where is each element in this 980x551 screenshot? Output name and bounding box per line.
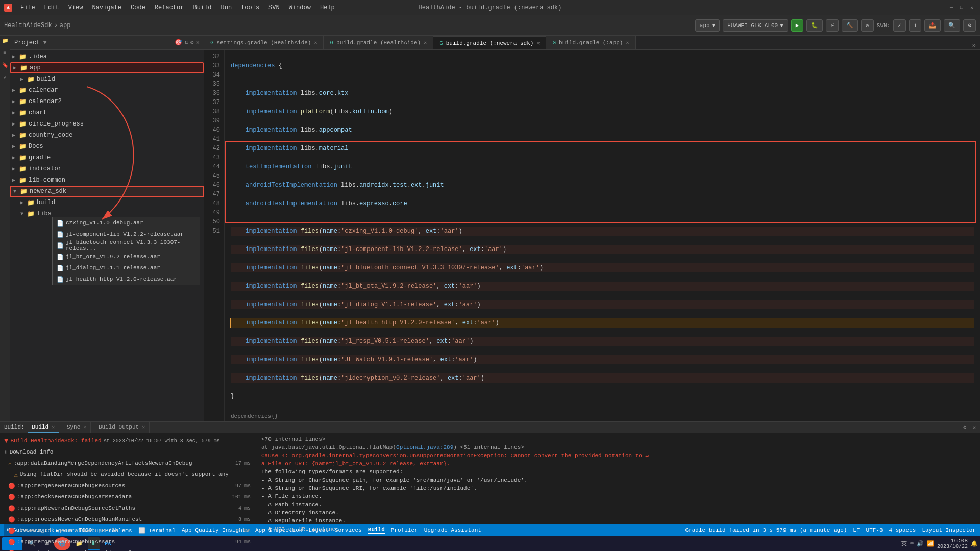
panel-title: Project [14,39,40,46]
tree-item-idea[interactable]: ▶ 📁 .idea [10,51,204,62]
err-icon-5: 🔴 [8,528,15,534]
file-item-jl-bluetooth[interactable]: 📄 jl_bluetooth_connect_V1.3.3_10307-rele… [53,240,200,251]
project-icon[interactable]: 📁 [1,38,9,46]
tree-item-app[interactable]: ▶ 📁 app [10,62,204,73]
time-4: 4 ms [238,506,251,511]
build-item-flatdir[interactable]: ⚠ Using flatDir should be avoided becaus… [0,469,255,480]
build-button[interactable]: 🔨 [842,19,858,32]
tree-label-gradle: gradle [29,154,51,161]
tab-more-icon[interactable]: » [968,42,980,49]
menu-tools[interactable]: Tools [237,3,263,12]
build-tab-build[interactable]: Build ✕ [28,422,59,433]
build-item-check-duplicates[interactable]: 🔴 :app:checkNeweraCnDebugDuplicateClasse… [0,547,255,551]
device-selector-btn[interactable]: HUAWEI GLK-AL00 ▼ [723,19,788,32]
profile-button[interactable]: ⚡ [826,19,839,32]
tree-item-indicator[interactable]: ▶ 📁 indicator [10,163,204,174]
structure-icon[interactable]: ≡ [1,50,9,58]
tree-item-gradle[interactable]: ▶ 📁 gradle [10,152,204,163]
tree-item-lib-common[interactable]: ▶ 📁 lib-common [10,174,204,186]
file-item-czxing[interactable]: 📄 czxing_V1.1.0-debug.aar [53,217,200,229]
build-label: Build: [4,424,24,430]
filter-icon[interactable]: ⚙ [190,39,194,46]
breadcrumb: HealthAideSdk › app [4,22,70,29]
menu-svn[interactable]: SVN [264,3,284,12]
build-item-generate-rfile[interactable]: 🔴 :newera_sdk:generateDebugRFile 21 ms [0,525,255,536]
run-config-btn[interactable]: app ▼ [695,19,720,32]
svn-check-btn[interactable]: ✓ [893,19,906,32]
tree-item-country-code[interactable]: ▶ 📁 country_code [10,130,204,141]
variants-icon[interactable]: ⚡ [1,74,9,83]
build-right-panel: <70 internal lines> at java.base/java.ut… [255,433,980,551]
close-panel-icon[interactable]: ✕ [196,39,200,46]
tree-item-calendar2[interactable]: ▶ 📁 calendar2 [10,96,204,107]
file-label-jl-health: jl_health_http_V1.2.0-release.aar [66,276,177,282]
build-item-merge-resources[interactable]: 🔴 :app:mergeNeweraCnDebugResources 97 ms [0,480,255,491]
menu-edit[interactable]: Edit [40,3,63,12]
svn-update-btn[interactable]: ⬆ [909,19,922,32]
close-button[interactable]: ✕ [968,4,976,12]
build-item-check-metadata[interactable]: 🔴 :app:checkNeweraCnDebugAarMetadata 101… [0,491,255,503]
menu-window[interactable]: Window [285,3,315,12]
menu-help[interactable]: Help [316,3,339,12]
settings-btn[interactable]: ⚙ [963,19,976,32]
tree-item-newera-sdk[interactable]: ▼ 📁 newera_sdk [10,186,204,197]
code-area[interactable]: dependencies { implementation libs.core.… [225,50,980,421]
tab-build-gradle-newera[interactable]: G build.gradle (:newera_sdk) ✕ [433,36,546,49]
toolbar-actions: app ▼ HUAWEI GLK-AL00 ▼ ▶ 🐛 ⚡ 🔨 ↺ SVN: ✓… [695,19,976,32]
tree-item-calendar[interactable]: ▶ 📁 calendar [10,85,204,96]
tree-label-libs: libs [37,210,52,217]
bookmarks-icon[interactable]: 🔖 [1,62,9,70]
menu-run[interactable]: Run [216,3,236,12]
aar-icon-2: 📄 [57,231,64,238]
menu-code[interactable]: Code [127,3,150,12]
file-item-jl-bt-ota[interactable]: 📄 jl_bt_ota_V1.9.2-release.aar [53,251,200,262]
build-tab-close[interactable]: ✕ [52,424,55,430]
tab-build-gradle-app[interactable]: G build.gradle (:app) ✕ [546,36,635,49]
sync-button[interactable]: ↺ [861,19,874,32]
debug-button[interactable]: 🐛 [806,19,823,32]
search-btn[interactable]: 🔍 [944,19,960,32]
output-tab-close[interactable]: ✕ [142,424,145,430]
file-item-jl-dialog[interactable]: 📄 jl_dialog_V1.1.1-release.aar [53,262,200,273]
tree-item-build-newera[interactable]: ▶ 📁 build [10,197,204,208]
tab-close-4[interactable]: ✕ [626,40,629,46]
close-panel-icon[interactable]: ✕ [972,424,976,431]
gear-icon[interactable]: ⚙ [963,424,967,431]
build-status-item[interactable]: ▼ Build HealthAideSdk: failed At 2023/10… [0,435,255,446]
tree-item-docs[interactable]: ▶ 📁 Docs [10,141,204,152]
error-line-internal1: <70 internal lines> [261,435,974,443]
time-7: 94 ms [235,539,251,545]
build-item-map-paths[interactable]: 🔴 :app:mapNeweraCnDebugSourceSetPaths 4 … [0,503,255,514]
maximize-button[interactable]: □ [958,4,966,12]
tab-build-gradle-health[interactable]: G build.gradle (HealthAide) ✕ [324,36,433,49]
menu-file[interactable]: File [16,3,39,12]
tab-close-1[interactable]: ✕ [314,40,317,46]
menu-navigate[interactable]: Navigate [88,3,126,12]
tab-close-2[interactable]: ✕ [424,40,427,46]
svn-commit-btn[interactable]: 📤 [924,19,941,32]
error-line-directory: - A Directory instance. [261,509,974,517]
sync-tab-close[interactable]: ✕ [83,424,86,430]
tab-settings-gradle[interactable]: G settings.gradle (HealthAide) ✕ [204,36,324,49]
tab-close-3[interactable]: ✕ [536,40,540,46]
sort-icon[interactable]: ⇅ [184,39,188,46]
build-item-databinding[interactable]: ⚠ :app:dataBindingMergeDependencyArtifac… [0,458,255,469]
menu-view[interactable]: View [64,3,87,12]
build-item-process-manifest[interactable]: 🔴 :app:processNeweraCnDebugMainManifest … [0,514,255,525]
build-tab-output[interactable]: Build Output ✕ [94,421,150,433]
scrollbar-right[interactable] [974,50,980,421]
file-item-jl-health[interactable]: 📄 jl_health_http_V1.2.0-release.aar [53,273,200,285]
build-item-merge-assets[interactable]: 🔴 :app:mergeNeweraCnDebugAssets 94 ms [0,536,255,547]
locate-icon[interactable]: 🎯 [175,39,182,46]
minimize-button[interactable]: — [947,4,955,12]
run-button[interactable]: ▶ [791,19,804,32]
build-tab-sync[interactable]: Sync ✕ [63,421,91,433]
tree-item-chart[interactable]: ▶ 📁 chart [10,107,204,118]
tree-item-circle-progress[interactable]: ▶ 📁 circle_progress [10,118,204,130]
menu-build[interactable]: Build [189,3,215,12]
build-item-download[interactable]: ⬇ Download info [0,446,255,458]
file-item-jl-component[interactable]: 📄 jl-component-lib_V1.2.2-release.aar [53,229,200,240]
tree-item-build-app[interactable]: ▶ 📁 build [10,73,204,85]
menu-refactor[interactable]: Refactor [151,3,188,12]
warn-icon-2: ⚠ [14,471,18,478]
